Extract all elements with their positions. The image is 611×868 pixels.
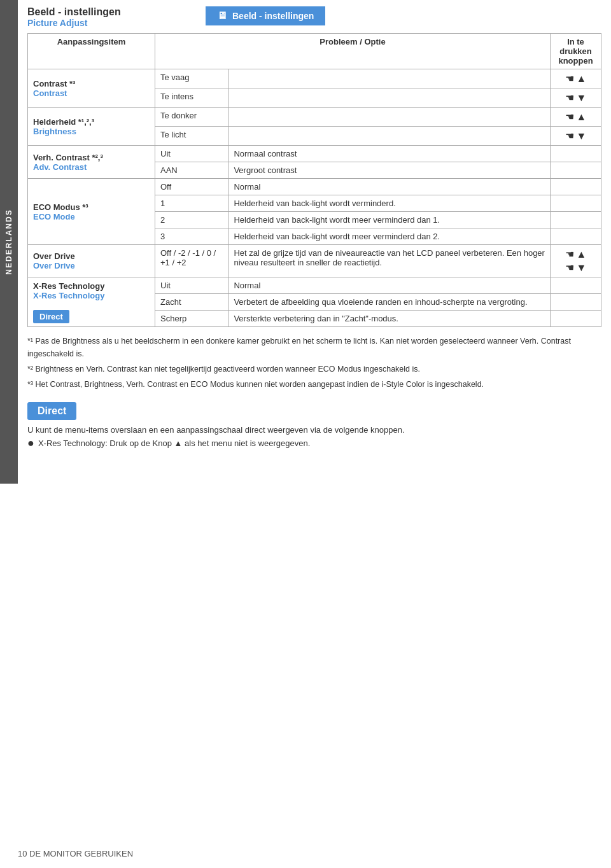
up-arrow-icon: ▲	[577, 249, 587, 260]
table-row: X-Res Technology X-Res Technology Direct…	[28, 277, 601, 294]
page-title-main: Beeld - instellingen	[27, 6, 206, 18]
footnotes: *¹ Pas de Brightness als u het beeldsche…	[27, 335, 601, 391]
sidebar-label: NEDERLANDS	[4, 209, 13, 274]
table-row: Verh. Contrast *²,³ Adv. Contrast Uit No…	[28, 146, 601, 162]
footnote-marker-1: *¹	[27, 337, 36, 346]
left-arrow-icon: ☚	[565, 92, 574, 104]
footnote-1: *¹ Pas de Brightness als u het beeldsche…	[27, 335, 601, 360]
problem-2: 2	[155, 212, 228, 228]
footnote-text-1: Pas de Brightness als u het beeldscherm …	[27, 337, 571, 358]
problem-te-donker: Te donker	[155, 108, 228, 127]
left-arrow-icon: ☚	[565, 130, 574, 142]
arrow-cell	[551, 179, 601, 195]
problem-te-vaag: Te vaag	[155, 69, 228, 88]
header-left: Beeld - instellingen Picture Adjust	[27, 6, 206, 28]
arrow-cell	[551, 277, 601, 294]
item-contrast: Contrast *³ Contrast	[28, 69, 155, 108]
arrow-cell	[551, 294, 601, 311]
item-helderheid: Helderheid *¹,²,³ Brightness	[28, 108, 155, 146]
page-footer: 10 DE MONITOR GEBRUIKEN	[18, 849, 133, 858]
monitor-icon: 🖥	[217, 10, 227, 22]
arrow-cell	[551, 212, 601, 228]
left-arrow-icon: ☚	[565, 262, 574, 274]
down-arrow-icon: ▼	[577, 262, 587, 274]
direct-description: U kunt de menu-items overslaan en een aa…	[27, 425, 601, 435]
down-arrow-icon: ▼	[577, 92, 587, 104]
header-badge: 🖥 Beeld - instellingen	[206, 6, 325, 25]
up-arrow-icon: ▲	[577, 111, 587, 123]
col-header-problem: Probleem / Optie	[155, 34, 551, 69]
direct-badge-table: Direct	[33, 310, 69, 323]
footnote-marker-2: *²	[27, 365, 36, 374]
main-content: Beeld - instellingen Picture Adjust 🖥 Be…	[18, 0, 611, 461]
table-row: ECO Modus *³ ECO Mode Off Normal	[28, 179, 601, 195]
option-normaal: Normaal contrast	[228, 146, 551, 162]
arrow-cell	[551, 311, 601, 327]
page-title-sub: Picture Adjust	[27, 18, 206, 28]
left-arrow-icon: ☚	[565, 111, 574, 123]
arrow-cell: ☚ ▲	[551, 108, 601, 127]
arrow-overdrive: ☚ ▲ ☚ ▼	[551, 245, 601, 277]
problem-xres-scherp: Scherp	[155, 311, 228, 327]
arrow-cell	[551, 146, 601, 162]
main-table: Aanpassingsitem Probleem / Optie In te d…	[27, 33, 601, 327]
left-arrow-icon: ☚	[565, 73, 574, 85]
option-eco-1: Helderheid van back-light wordt verminde…	[228, 195, 551, 212]
badge-text: Beeld - instellingen	[232, 11, 314, 21]
header-right: 🖥 Beeld - instellingen	[206, 6, 601, 25]
table-header-row: Aanpassingsitem Probleem / Optie In te d…	[28, 34, 601, 69]
col-header-buttons: In te drukken knoppen	[551, 34, 601, 69]
problem-te-intens: Te intens	[155, 88, 228, 108]
item-eco-modus: ECO Modus *³ ECO Mode	[28, 179, 155, 245]
table-row: Over Drive Over Drive Off / -2 / -1 / 0 …	[28, 245, 601, 277]
problem-aan: AAN	[155, 162, 228, 179]
arrow-cell: ☚ ▲	[551, 69, 601, 88]
footnote-2: *² Brightness en Verh. Contrast kan niet…	[27, 363, 601, 375]
problem-te-licht: Te licht	[155, 127, 228, 146]
option-xres-scherp: Versterkte verbetering dan in "Zacht"-mo…	[228, 311, 551, 327]
header-section: Beeld - instellingen Picture Adjust 🖥 Be…	[27, 6, 601, 28]
option-overdrive: Het zal de grijze tijd van de niveaureac…	[228, 245, 551, 277]
arrow-cell: ☚ ▼	[551, 88, 601, 108]
arrow-cell: ☚ ▼	[551, 127, 601, 146]
option-te-donker	[228, 108, 551, 127]
option-eco-2: Helderheid van back-light wordt meer ver…	[228, 212, 551, 228]
problem-uit: Uit	[155, 146, 228, 162]
problem-xres-zacht: Zacht	[155, 294, 228, 311]
footnote-text-3: Het Contrast, Brightness, Verh. Contrast…	[36, 380, 484, 389]
option-vergroot: Vergroot contrast	[228, 162, 551, 179]
footer-text: 10 DE MONITOR GEBRUIKEN	[18, 849, 133, 858]
problem-xres-uit: Uit	[155, 277, 228, 294]
bullet-icon: ●	[27, 437, 34, 449]
footnote-text-2: Brightness en Verh. Contrast kan niet te…	[36, 365, 421, 374]
option-normal: Normal	[228, 179, 551, 195]
problem-off: Off	[155, 179, 228, 195]
option-eco-3: Helderheid van back-light wordt meer ver…	[228, 228, 551, 245]
arrow-cell	[551, 162, 601, 179]
col-header-item: Aanpassingsitem	[28, 34, 155, 69]
up-arrow-icon: ▲	[577, 73, 587, 85]
footnote-3: *³ Het Contrast, Brightness, Verh. Contr…	[27, 378, 601, 391]
arrow-cell	[551, 195, 601, 212]
item-over-drive: Over Drive Over Drive	[28, 245, 155, 277]
down-arrow-icon: ▼	[577, 130, 587, 142]
option-xres-normal: Normal	[228, 277, 551, 294]
table-row: Contrast *³ Contrast Te vaag ☚ ▲	[28, 69, 601, 88]
option-te-intens	[228, 88, 551, 108]
direct-bullet: ● X-Res Technology: Druk op de Knop ▲ al…	[27, 438, 601, 449]
left-arrow-icon: ☚	[565, 248, 574, 260]
direct-section: Direct U kunt de menu-items overslaan en…	[27, 402, 601, 449]
item-xres: X-Res Technology X-Res Technology Direct	[28, 277, 155, 327]
problem-1: 1	[155, 195, 228, 212]
footnote-marker-3: *³	[27, 380, 36, 389]
item-verh-contrast: Verh. Contrast *²,³ Adv. Contrast	[28, 146, 155, 179]
table-row: Helderheid *¹,²,³ Brightness Te donker ☚…	[28, 108, 601, 127]
problem-3: 3	[155, 228, 228, 245]
sidebar: NEDERLANDS	[0, 0, 18, 484]
option-te-licht	[228, 127, 551, 146]
problem-overdrive: Off / -2 / -1 / 0 / +1 / +2	[155, 245, 228, 277]
arrow-cell	[551, 228, 601, 245]
option-xres-zacht: Verbetert de afbeelding qua vloeiende ra…	[228, 294, 551, 311]
option-te-vaag	[228, 69, 551, 88]
direct-bullet-text: X-Res Technology: Druk op de Knop ▲ als …	[38, 438, 310, 448]
